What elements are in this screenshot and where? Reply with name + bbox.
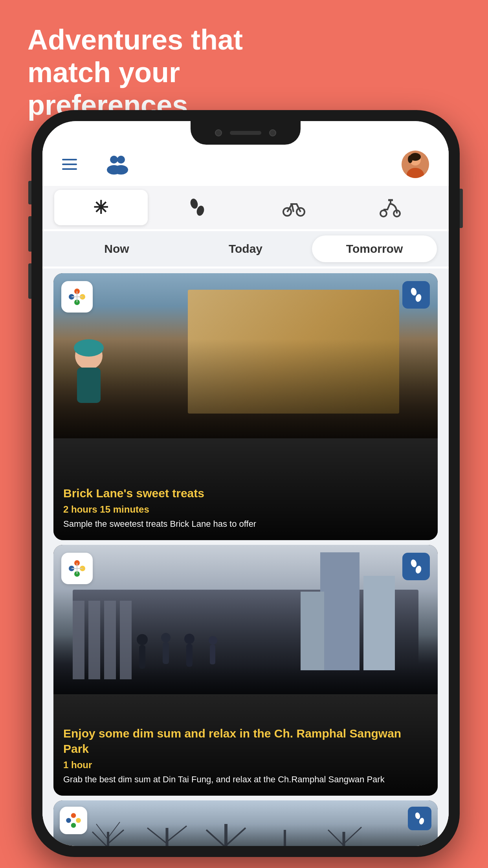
svg-rect-33 [120,601,132,679]
cards-container: Brick Lane's sweet treats 2 hours 15 min… [42,268,449,846]
card-1-description: Sample the sweetest treats Brick Lane ha… [63,518,428,530]
svg-point-53 [415,565,422,574]
svg-point-0 [110,156,118,164]
svg-line-67 [328,830,344,846]
svg-point-3 [114,165,128,175]
card-1-duration: 2 hours 15 minutes [63,504,428,515]
svg-line-63 [206,830,226,846]
svg-rect-39 [186,644,193,667]
svg-point-9 [189,198,199,210]
tab-today[interactable]: Today [183,235,308,262]
phone-screen: ✳ [42,121,449,846]
filter-scooter-button[interactable] [344,190,437,225]
svg-point-71 [71,823,76,828]
people-icon[interactable] [105,154,130,175]
volume-up-button [28,181,31,204]
svg-line-55 [92,832,108,846]
card-2-footsteps-icon [408,559,424,574]
svg-point-72 [66,818,71,823]
svg-rect-30 [73,601,84,679]
hamburger-line-1 [62,159,77,160]
card-1-logo [61,281,93,313]
card-2-type-icon [402,553,430,580]
svg-point-1 [117,156,125,164]
svg-point-19 [74,339,104,357]
card-3-logo [60,807,87,834]
card-1-footsteps-icon [408,287,424,303]
hero-text: Adventures that match your preferences [28,24,271,121]
svg-rect-41 [210,645,215,664]
svg-line-64 [226,828,246,846]
filter-cycling-button[interactable] [247,190,341,225]
svg-line-68 [344,827,361,844]
adventure-card-1[interactable]: Brick Lane's sweet treats 2 hours 15 min… [53,273,438,540]
tab-tomorrow[interactable]: Tomorrow [312,235,437,262]
svg-rect-20 [77,368,101,403]
user-avatar[interactable] [402,151,429,178]
card-3-image [53,800,438,846]
card-1-text: Brick Lane's sweet treats 2 hours 15 min… [53,438,438,540]
svg-point-40 [209,636,217,645]
svg-point-28 [410,287,418,296]
svg-line-61 [167,826,187,842]
card-3-type-icon [408,807,431,830]
svg-line-56 [108,830,124,844]
silent-button [28,263,31,299]
svg-rect-43 [363,576,395,670]
svg-rect-35 [139,645,145,669]
notch-camera-left [215,129,222,136]
filter-icons-bar: ✳ [42,186,449,229]
card-2-duration: 1 hour [63,760,428,771]
card-1-image [53,273,438,438]
svg-rect-32 [104,601,116,679]
tab-now[interactable]: Now [54,235,179,262]
hamburger-line-3 [62,168,77,170]
hamburger-line-2 [62,164,77,165]
svg-point-8 [408,155,413,163]
svg-point-38 [184,634,194,644]
svg-point-14 [380,210,387,217]
svg-point-36 [161,633,171,642]
svg-point-73 [76,818,81,823]
svg-point-70 [71,813,76,818]
card-2-logo [61,553,93,584]
phone-frame: ✳ [31,110,460,857]
card-2-description: Grab the best dim sum at Din Tai Fung, a… [63,774,428,786]
notch-speaker [230,131,261,135]
power-button [460,189,463,228]
screen-content: ✳ [42,121,449,846]
bicycle-icon [283,199,305,217]
svg-rect-44 [301,592,324,670]
svg-rect-31 [88,601,100,679]
time-tabs-bar: Now Today Tomorrow [42,231,449,267]
svg-point-52 [410,559,418,568]
svg-line-60 [147,828,167,844]
footsteps-icon [187,197,207,218]
nav-bar [42,145,449,184]
card-2-image [53,545,438,694]
svg-rect-37 [163,642,169,664]
card-1-type-icon [402,281,430,309]
card-1-title: Brick Lane's sweet treats [63,485,428,501]
card-3-footsteps-icon [413,812,426,825]
svg-point-29 [415,294,422,303]
svg-point-34 [137,634,148,645]
svg-point-75 [418,817,425,825]
card-2-text: Enjoy some dim sum and relax in the Ch. … [53,694,438,796]
adventure-card-3[interactable] [53,800,438,846]
notch-camera-right [269,129,276,136]
scooter-icon [379,198,402,217]
svg-rect-42 [320,552,360,670]
asterisk-icon: ✳ [93,197,108,218]
filter-walking-button[interactable] [151,190,244,225]
card-2-title: Enjoy some dim sum and relax in the Ch. … [63,726,428,756]
adventure-card-2[interactable]: Enjoy some dim sum and relax in the Ch. … [53,545,438,796]
volume-down-button [28,216,31,252]
notch [191,121,301,145]
hamburger-menu[interactable] [62,159,82,170]
svg-point-74 [415,812,421,820]
filter-all-button[interactable]: ✳ [54,190,148,225]
